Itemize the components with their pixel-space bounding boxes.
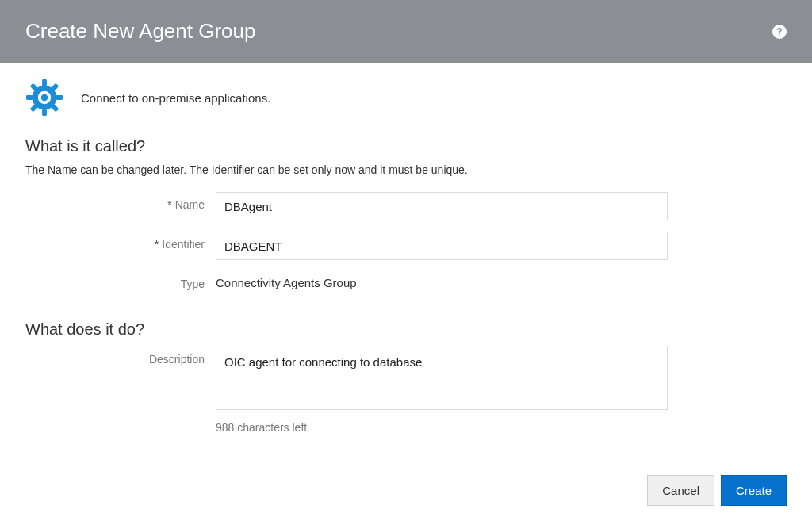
gear-icon <box>25 79 63 117</box>
description-label: Description <box>25 347 216 366</box>
svg-rect-2 <box>26 95 33 100</box>
help-icon[interactable]: ? <box>772 25 787 39</box>
type-value: Connectivity Agents Group <box>216 271 668 289</box>
required-marker: * <box>167 198 171 211</box>
dialog-header: Create New Agent Group ? <box>0 0 812 63</box>
section-called-title: What is it called? <box>25 137 787 155</box>
section-do-title: What does it do? <box>25 320 787 339</box>
name-input[interactable] <box>216 192 668 220</box>
intro-text: Connect to on-premise applications. <box>81 91 270 105</box>
name-label: *Name <box>25 192 216 211</box>
cancel-button[interactable]: Cancel <box>647 475 714 506</box>
description-textarea[interactable] <box>216 347 668 410</box>
form-row-name: *Name <box>25 192 787 220</box>
form-row-identifier: *Identifier <box>25 232 787 260</box>
intro-row: Connect to on-premise applications. <box>25 79 787 117</box>
chars-left-text: 988 characters left <box>216 421 668 434</box>
form-row-description: Description 988 characters left <box>25 347 787 434</box>
required-marker: * <box>155 238 159 251</box>
page-title: Create New Agent Group <box>25 19 256 44</box>
dialog-content: Connect to on-premise applications. What… <box>0 63 812 461</box>
svg-point-10 <box>41 94 48 102</box>
dialog-footer: Cancel Create <box>647 475 787 506</box>
type-label: Type <box>25 271 216 290</box>
identifier-label: *Identifier <box>25 232 216 251</box>
form-row-type: Type Connectivity Agents Group <box>25 271 787 290</box>
section-called-subtitle: The Name can be changed later. The Ident… <box>25 163 787 176</box>
svg-rect-0 <box>42 79 47 86</box>
svg-rect-3 <box>56 95 63 100</box>
svg-rect-1 <box>42 109 47 116</box>
create-button[interactable]: Create <box>721 475 787 506</box>
identifier-input[interactable] <box>216 232 668 260</box>
